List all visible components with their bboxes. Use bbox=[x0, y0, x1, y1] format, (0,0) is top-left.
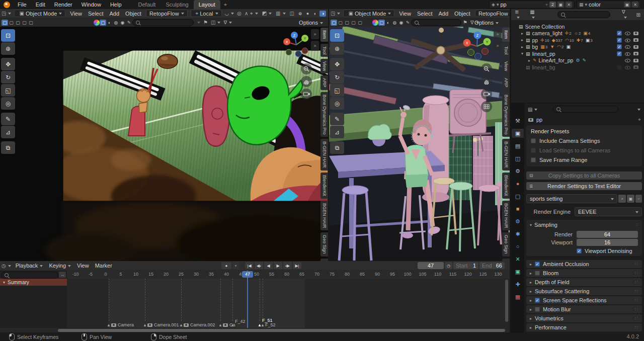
out-of-camera-floor[interactable] bbox=[45, 201, 328, 261]
view-layer-name[interactable]: color bbox=[589, 2, 601, 8]
new-scene-icon[interactable]: ▣ bbox=[557, 2, 564, 8]
section-ambient-occlusion[interactable]: ▸✓Ambient Occlusion∷ bbox=[526, 260, 642, 268]
properties-tab-constraints[interactable]: ✕ bbox=[512, 254, 524, 264]
playhead[interactable] bbox=[247, 271, 248, 328]
drag-grip-icon[interactable]: ∷ bbox=[635, 280, 638, 285]
xray-icon[interactable]: ◫ bbox=[288, 11, 296, 16]
sidebar-tab-arp[interactable]: ARP bbox=[320, 75, 328, 90]
blender-logo-icon[interactable] bbox=[4, 2, 10, 8]
end-frame-field[interactable]: End66 bbox=[479, 262, 505, 269]
section-depth-of-field[interactable]: ▸Depth of Field∷ bbox=[526, 278, 642, 286]
properties-tab-bone[interactable]: ✚ bbox=[512, 280, 524, 289]
select-box-mode-icon[interactable]: ▢ bbox=[8, 20, 15, 26]
properties-tab-object-data[interactable]: ▣ bbox=[512, 267, 524, 276]
editor-type-icon[interactable]: ◷ bbox=[0, 263, 13, 269]
editor-type-icon[interactable]: ◳ bbox=[329, 11, 342, 16]
topbar-menu-edit[interactable]: Edit bbox=[31, 0, 50, 9]
exclude-checkbox[interactable]: ✓ bbox=[617, 44, 622, 49]
blenderkit-material-icon[interactable]: ◐ bbox=[385, 20, 391, 26]
drag-grip-icon[interactable]: ∷ bbox=[635, 271, 638, 276]
shading-rendered-icon[interactable]: ◑ bbox=[319, 11, 326, 17]
exclude-checkbox[interactable]: ✓ bbox=[617, 51, 622, 56]
timeline-menu-playback[interactable]: Playback bbox=[13, 263, 46, 269]
option-checkbox[interactable] bbox=[531, 148, 536, 153]
options-menu[interactable]: Options bbox=[471, 20, 502, 26]
disable-render-camera-icon[interactable] bbox=[633, 45, 638, 49]
shading-material-icon[interactable]: ◐ bbox=[312, 11, 318, 17]
menu-select[interactable]: Select bbox=[414, 11, 436, 17]
camera-view-icon[interactable] bbox=[301, 89, 312, 100]
marker-triangle-icon[interactable]: ▲ bbox=[261, 323, 265, 327]
play-icon[interactable]: ▶ bbox=[274, 262, 282, 269]
transform-tool-icon[interactable]: ◎ bbox=[1, 97, 15, 110]
hide-eye-icon[interactable] bbox=[625, 38, 630, 43]
copy-settings-button[interactable]: ⊟Copy Settings to all Cameras bbox=[526, 172, 642, 180]
viewport-camera[interactable]: ◳ ▣Object Mode View Select Add Object Re… bbox=[0, 9, 328, 261]
asset-dropdown-icon[interactable] bbox=[194, 20, 202, 25]
sidebar-tab-item[interactable]: Item bbox=[502, 28, 510, 42]
disable-render-camera-icon[interactable] bbox=[633, 32, 638, 35]
viewport-denoising-checkbox[interactable]: ✓ bbox=[577, 248, 582, 253]
section-performance[interactable]: ▸Performance∷ bbox=[526, 323, 642, 331]
drag-grip-icon[interactable]: ∷ bbox=[635, 316, 638, 321]
outliner-row-pp[interactable]: ▸▤pp✛16◆537◠10✚7▣3✓ bbox=[521, 37, 644, 43]
pan-hand-icon[interactable] bbox=[301, 76, 312, 87]
section-checkbox[interactable]: ✓ bbox=[535, 262, 540, 267]
workspace-tab-default[interactable]: Default bbox=[133, 0, 161, 9]
mode-selector[interactable]: ▣Object Mode bbox=[14, 10, 65, 17]
expand-arrow-icon[interactable]: ▾ bbox=[521, 51, 526, 56]
select-box-mode-icon[interactable]: ▢ bbox=[337, 20, 344, 26]
horizontal-scrollbar[interactable] bbox=[58, 329, 505, 332]
add-cube-tool-icon[interactable]: ⧉ bbox=[330, 141, 344, 154]
annotate-tool-icon[interactable]: ✎ bbox=[330, 113, 344, 125]
sidebar-tab-bgen-hair[interactable]: BGEN HAIR bbox=[502, 201, 510, 231]
blenderkit-hdr-icon[interactable]: ◉ bbox=[398, 20, 405, 26]
snap-icon[interactable]: ◡ bbox=[223, 11, 236, 16]
select-paint-mode-icon[interactable]: ▢ bbox=[357, 20, 363, 26]
sidebar-tab-geo-sign[interactable]: Geo Sign bbox=[320, 232, 328, 257]
annotate-tool-icon[interactable]: ✎ bbox=[1, 113, 15, 125]
outliner-item-label[interactable]: lineart_pp bbox=[532, 51, 555, 57]
options-menu[interactable]: Options bbox=[296, 20, 326, 26]
disable-render-camera-icon[interactable] bbox=[633, 38, 638, 42]
vertical-scrollbar[interactable] bbox=[505, 280, 508, 322]
timeline-menu-keying[interactable]: Keying bbox=[46, 263, 74, 269]
shading-wireframe-icon[interactable]: ⊕ bbox=[297, 11, 303, 17]
properties-tab-physics[interactable]: ○ bbox=[512, 242, 524, 251]
properties-tab-texture[interactable]: ▦ bbox=[512, 292, 524, 301]
drag-grip-icon[interactable]: ∷ bbox=[635, 222, 642, 227]
scene-users-badge[interactable]: 2 bbox=[549, 2, 556, 8]
outliner-row-scene collection[interactable]: ▤Scene Collection bbox=[514, 23, 644, 30]
select-circle-mode-icon[interactable]: ▢ bbox=[344, 20, 350, 26]
sidebar-tab-lazy-vfx[interactable]: Lazy VFX bbox=[320, 259, 328, 261]
section-motion-blur[interactable]: ▸Motion Blur∷ bbox=[526, 305, 642, 313]
camera-render-scene[interactable] bbox=[0, 9, 328, 261]
select-circle-mode-icon[interactable]: ▢ bbox=[15, 20, 21, 26]
marker-label[interactable]: Camera bbox=[111, 322, 134, 327]
outliner-row-bg[interactable]: ▸▤bg▦3▼◠2▣✓ bbox=[521, 44, 644, 50]
pin-icon[interactable]: ⌖ bbox=[545, 2, 548, 8]
bookmark-icon[interactable]: ⚑ bbox=[202, 20, 209, 25]
selectability-icon[interactable]: ⌖ bbox=[249, 11, 260, 17]
drag-grip-icon[interactable]: ∷ bbox=[635, 325, 638, 330]
remove-view-layer-icon[interactable]: ✕ bbox=[632, 2, 638, 8]
menu-object[interactable]: Object bbox=[122, 11, 144, 17]
outliner-row-lineart_for_pp[interactable]: ▸✎LineArt_for_pp⚙✎ bbox=[528, 57, 644, 64]
topbar-menu-file[interactable]: File bbox=[13, 0, 31, 9]
blenderkit-scene-icon[interactable]: ◍ bbox=[391, 20, 398, 26]
drag-grip-icon[interactable]: ∷ bbox=[635, 307, 638, 312]
sidebar-tab-blenderkit[interactable]: BlenderKit bbox=[502, 173, 510, 199]
timeline-menu-view[interactable]: View bbox=[74, 263, 92, 269]
cursor-tool-icon[interactable]: ⊕ bbox=[330, 42, 344, 55]
menu-object[interactable]: Object bbox=[451, 11, 473, 17]
properties-tab-view-layer[interactable]: ◫ bbox=[512, 154, 524, 163]
rotate-tool-icon[interactable]: ↻ bbox=[1, 71, 15, 83]
marker-label[interactable]: Camera.002 bbox=[184, 322, 215, 327]
marker-label[interactable]: Camera.001 bbox=[147, 322, 179, 327]
option-checkbox[interactable] bbox=[531, 138, 536, 143]
unlink-scene-icon[interactable]: ✕ bbox=[566, 2, 572, 8]
outliner-item-label[interactable]: pp bbox=[532, 37, 538, 43]
drag-grip-icon[interactable]: ∷ bbox=[635, 262, 638, 267]
camera-view-icon[interactable] bbox=[481, 89, 492, 100]
outliner-item-label[interactable]: lineart_bg bbox=[532, 64, 555, 70]
